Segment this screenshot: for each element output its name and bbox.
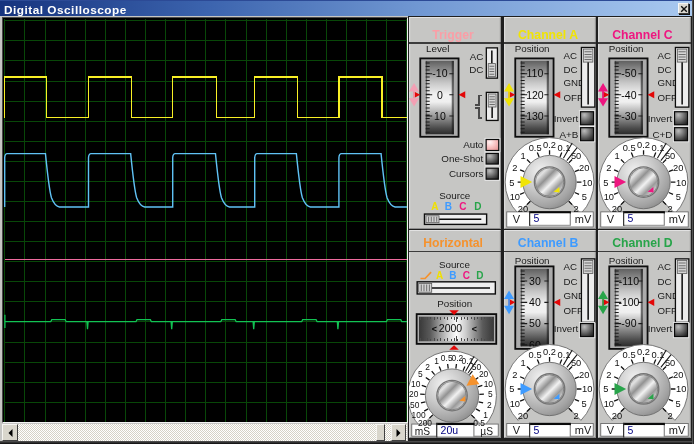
svg-text:A: A — [436, 270, 443, 281]
svg-text:0.1: 0.1 — [557, 350, 570, 360]
svg-text:50: 50 — [529, 317, 541, 329]
svg-text:2: 2 — [512, 370, 517, 380]
svg-text:20: 20 — [579, 163, 589, 173]
svg-text:40: 40 — [529, 296, 541, 308]
svg-text:20: 20 — [612, 411, 622, 421]
svg-text:Cursors: Cursors — [449, 168, 483, 179]
svg-text:0.2: 0.2 — [543, 140, 556, 150]
svg-text:mV: mV — [574, 424, 591, 436]
svg-text:V: V — [512, 213, 520, 225]
svg-text:30: 30 — [529, 275, 541, 287]
svg-text:AC: AC — [470, 51, 484, 62]
svg-text:5: 5 — [628, 212, 634, 224]
svg-text:10: 10 — [509, 399, 519, 409]
svg-text:1: 1 — [520, 151, 525, 161]
svg-text:DC: DC — [563, 64, 577, 75]
svg-text:10: 10 — [676, 178, 686, 188]
svg-text:DC: DC — [657, 64, 671, 75]
svg-text:5: 5 — [533, 424, 539, 436]
svg-text:10: 10 — [411, 379, 421, 389]
svg-text:100: 100 — [412, 410, 426, 420]
svg-text:10: 10 — [434, 110, 446, 122]
svg-text:0.5: 0.5 — [528, 143, 541, 153]
svg-text:One-Shot: One-Shot — [441, 153, 483, 164]
svg-text:1: 1 — [614, 358, 619, 368]
svg-text:-30: -30 — [621, 110, 636, 122]
svg-text:110: 110 — [526, 67, 543, 79]
svg-text:Position: Position — [609, 43, 644, 54]
svg-text:AC: AC — [563, 50, 577, 61]
svg-text:C+D: C+D — [652, 129, 672, 140]
svg-text:0.1: 0.1 — [652, 143, 665, 153]
svg-text:-100: -100 — [618, 296, 639, 308]
svg-text:2000: 2000 — [439, 322, 463, 334]
svg-text:OFF: OFF — [657, 92, 676, 103]
svg-text:Invert: Invert — [553, 323, 578, 334]
svg-text:C: C — [463, 270, 470, 281]
svg-text:10: 10 — [581, 384, 591, 394]
svg-text:1: 1 — [434, 356, 439, 366]
svg-text:Invert: Invert — [648, 113, 673, 124]
svg-text:0: 0 — [437, 89, 443, 101]
svg-text:2: 2 — [606, 163, 611, 173]
svg-text:<: < — [472, 324, 477, 334]
svg-text:5: 5 — [509, 178, 514, 188]
svg-text:Position: Position — [514, 255, 549, 266]
svg-text:2: 2 — [606, 370, 611, 380]
svg-text:0.2: 0.2 — [543, 347, 556, 357]
svg-text:Invert: Invert — [553, 113, 578, 124]
svg-text:20: 20 — [409, 389, 419, 399]
svg-text:C: C — [459, 201, 466, 212]
svg-text:Auto: Auto — [463, 139, 484, 150]
svg-text:mV: mV — [669, 424, 686, 436]
svg-text:V: V — [607, 424, 615, 436]
svg-text:20: 20 — [479, 369, 489, 379]
svg-text:mV: mV — [669, 213, 686, 225]
svg-text:5: 5 — [603, 178, 608, 188]
svg-text:20: 20 — [579, 370, 589, 380]
svg-text:OFF: OFF — [657, 305, 676, 316]
svg-text:2: 2 — [668, 411, 673, 421]
svg-text:DC: DC — [657, 276, 671, 287]
svg-text:0.2: 0.2 — [637, 140, 650, 150]
svg-text:Source: Source — [439, 190, 471, 201]
svg-text:B: B — [445, 201, 452, 212]
svg-text:-10: -10 — [432, 67, 447, 79]
svg-text:-50: -50 — [621, 67, 636, 79]
svg-text:0.2: 0.2 — [637, 347, 650, 357]
svg-text:Channel A: Channel A — [518, 28, 578, 42]
svg-text:0.5: 0.5 — [528, 350, 541, 360]
svg-text:Position: Position — [514, 43, 549, 54]
svg-text:mS: mS — [415, 426, 431, 437]
svg-text:-110: -110 — [619, 275, 639, 287]
svg-text:2: 2 — [425, 362, 430, 372]
svg-text:DC: DC — [563, 276, 577, 287]
svg-text:A: A — [431, 201, 438, 212]
svg-text:D: D — [474, 201, 481, 212]
svg-text:20u: 20u — [441, 424, 459, 436]
svg-text:5: 5 — [488, 389, 493, 399]
svg-text:AC: AC — [563, 261, 577, 272]
svg-text:10: 10 — [484, 379, 494, 389]
svg-text:1: 1 — [614, 151, 619, 161]
svg-text:2: 2 — [512, 163, 517, 173]
svg-text:0.5: 0.5 — [623, 143, 636, 153]
svg-text:A+B: A+B — [559, 129, 578, 140]
svg-text:5: 5 — [509, 384, 514, 394]
svg-text:5: 5 — [418, 369, 423, 379]
svg-text:0.1: 0.1 — [652, 350, 665, 360]
svg-text:5: 5 — [676, 192, 681, 202]
svg-text:Position: Position — [437, 298, 472, 309]
svg-text:B: B — [449, 270, 456, 281]
svg-text:-40: -40 — [621, 89, 636, 101]
svg-text:Channel D: Channel D — [612, 236, 673, 250]
svg-text:mV: mV — [574, 213, 591, 225]
svg-text:OFF: OFF — [563, 92, 582, 103]
svg-text:V: V — [512, 424, 520, 436]
svg-text:50: 50 — [570, 151, 580, 161]
svg-text:10: 10 — [676, 384, 686, 394]
svg-text:5: 5 — [628, 424, 634, 436]
svg-text:10: 10 — [604, 399, 614, 409]
svg-text:50: 50 — [665, 358, 675, 368]
svg-text:V: V — [607, 213, 615, 225]
